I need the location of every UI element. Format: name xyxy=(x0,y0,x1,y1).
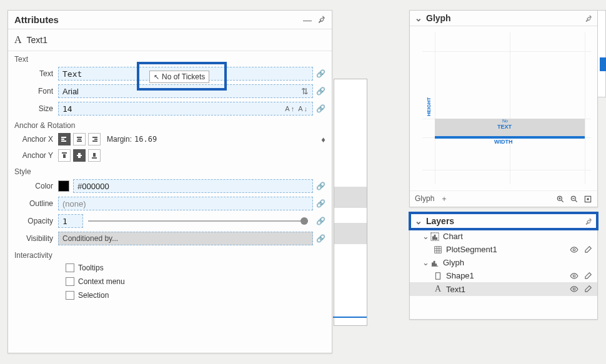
layers-title: Layers xyxy=(426,216,454,226)
link-icon[interactable]: 🔗 xyxy=(315,214,325,228)
svg-rect-1 xyxy=(61,139,64,140)
svg-line-16 xyxy=(562,200,564,202)
svg-rect-38 xyxy=(436,272,440,279)
color-input[interactable]: #000000 xyxy=(73,179,313,193)
attributes-panel: Attributes — A Text1 Text Text Text 🔗 Fo… xyxy=(7,10,332,353)
visibility-icon[interactable] xyxy=(570,285,579,293)
link-icon[interactable]: 🔗 xyxy=(315,179,325,193)
anchor-y-label: Anchor Y xyxy=(14,151,58,160)
svg-rect-0 xyxy=(61,137,66,138)
align-center-button[interactable] xyxy=(73,133,86,145)
svg-rect-5 xyxy=(77,140,82,142)
pin-icon[interactable] xyxy=(317,15,325,25)
margin-value[interactable]: 16.69 xyxy=(134,135,157,144)
section-interactivity: Interactivity xyxy=(8,247,332,261)
layer-row-plotsegment1[interactable]: PlotSegment1 xyxy=(410,243,597,256)
eraser-icon[interactable] xyxy=(584,272,592,280)
slider-thumb[interactable] xyxy=(301,217,308,225)
zoom-in-icon[interactable] xyxy=(556,195,565,204)
chevron-down-icon[interactable]: ⌄ xyxy=(415,216,422,226)
size-smaller-icon[interactable]: A↓ xyxy=(298,105,309,112)
chevron-down-icon[interactable]: ⌄ xyxy=(422,258,429,267)
layer-name: Text1 xyxy=(444,285,570,294)
tooltips-checkbox[interactable] xyxy=(66,263,74,272)
minimize-icon[interactable]: — xyxy=(303,15,312,25)
drag-tooltip-label: No of Tickets xyxy=(162,72,205,81)
text-type-icon: A xyxy=(14,34,22,46)
svg-point-33 xyxy=(573,248,575,251)
color-swatch[interactable] xyxy=(58,180,69,192)
outline-input[interactable]: (none) xyxy=(58,197,313,210)
attributes-panel-header: Attributes — xyxy=(8,11,332,29)
font-select[interactable]: Arial ⇅ xyxy=(58,84,313,98)
link-icon[interactable]: 🔗 xyxy=(315,67,325,81)
updown-icon[interactable]: ⇅ xyxy=(301,86,309,96)
svg-rect-13 xyxy=(93,153,96,157)
link-icon[interactable]: 🔗 xyxy=(315,102,325,116)
context-menu-checkbox[interactable] xyxy=(66,277,74,286)
svg-rect-3 xyxy=(77,137,82,138)
eraser-icon[interactable] xyxy=(584,245,592,254)
svg-rect-10 xyxy=(63,154,66,158)
visibility-value: Conditioned by... xyxy=(62,234,118,243)
text-prop-label: Text xyxy=(14,69,58,78)
link-icon[interactable]: 🔗 xyxy=(315,232,325,245)
context-menu-label: Context menu xyxy=(78,277,125,286)
chart-icon xyxy=(429,232,440,241)
layer-name: Chart xyxy=(440,232,592,241)
svg-line-20 xyxy=(575,200,577,202)
tooltips-label: Tooltips xyxy=(78,263,104,272)
canvas-baseline xyxy=(333,317,367,318)
size-prop-label: Size xyxy=(14,104,58,113)
size-input[interactable]: 14 A↑ A↓ xyxy=(58,102,313,116)
canvas-block xyxy=(334,187,367,208)
size-value: 14 xyxy=(62,104,72,114)
add-glyph-button[interactable]: ＋ xyxy=(440,194,448,203)
shape-icon xyxy=(432,272,444,280)
zoom-fit-icon[interactable] xyxy=(584,195,592,204)
svg-point-23 xyxy=(587,198,589,199)
section-style: Style xyxy=(8,164,332,177)
glyph-canvas[interactable]: HEIGHT No TEXT WIDTH xyxy=(410,26,597,191)
opacity-label: Opacity xyxy=(14,217,58,225)
pin-icon[interactable] xyxy=(584,14,592,22)
opacity-slider[interactable] xyxy=(88,220,308,222)
svg-rect-34 xyxy=(432,263,434,265)
chevron-down-icon[interactable]: ⌄ xyxy=(422,232,429,241)
align-top-button[interactable] xyxy=(58,149,71,162)
eraser-icon[interactable] xyxy=(584,285,592,293)
object-name-row: A Text1 xyxy=(8,29,332,51)
link-icon[interactable]: 🔗 xyxy=(315,197,325,210)
layers-panel: ⌄ Layers ⌄ChartPlotSegment1⌄GlyphShape1A… xyxy=(409,212,598,320)
canvas-block xyxy=(334,223,367,244)
chevron-down-icon[interactable]: ⌄ xyxy=(415,13,422,23)
outline-label: Outline xyxy=(14,199,58,208)
section-text: Text xyxy=(8,51,332,65)
opacity-input[interactable]: 1 xyxy=(58,214,83,228)
color-label: Color xyxy=(14,182,58,190)
layer-row-glyph[interactable]: ⌄Glyph xyxy=(410,256,597,269)
selection-checkbox[interactable] xyxy=(66,291,74,300)
size-bigger-icon[interactable]: A↑ xyxy=(285,105,296,112)
link-icon[interactable]: 🔗 xyxy=(315,84,325,98)
drag-tooltip[interactable]: ↖ No of Tickets xyxy=(149,71,209,83)
zoom-out-icon[interactable] xyxy=(570,195,579,204)
align-bottom-button[interactable] xyxy=(88,149,101,162)
visibility-button[interactable]: Conditioned by... xyxy=(58,232,313,245)
layer-row-text1[interactable]: AText1 xyxy=(410,282,597,296)
align-left-button[interactable] xyxy=(58,133,71,145)
glyph-text-label: TEXT xyxy=(497,124,512,130)
object-name[interactable]: Text1 xyxy=(27,35,47,45)
align-right-button[interactable] xyxy=(88,133,101,145)
glyph-icon xyxy=(429,258,440,267)
glyph-panel-header: ⌄ Glyph xyxy=(410,11,597,26)
visibility-icon[interactable] xyxy=(570,272,579,280)
visibility-icon[interactable] xyxy=(570,245,579,254)
align-middle-button[interactable] xyxy=(73,149,86,162)
layer-row-chart[interactable]: ⌄Chart xyxy=(410,230,597,243)
glyph-panel: ⌄ Glyph HEIGHT No TEXT WIDTH Glyph ＋ xyxy=(409,10,598,207)
layer-row-shape1[interactable]: Shape1 xyxy=(410,269,597,282)
pin-icon[interactable] xyxy=(584,217,592,225)
font-value: Arial xyxy=(62,87,79,96)
stepper-icon[interactable]: ♦ xyxy=(321,135,325,144)
